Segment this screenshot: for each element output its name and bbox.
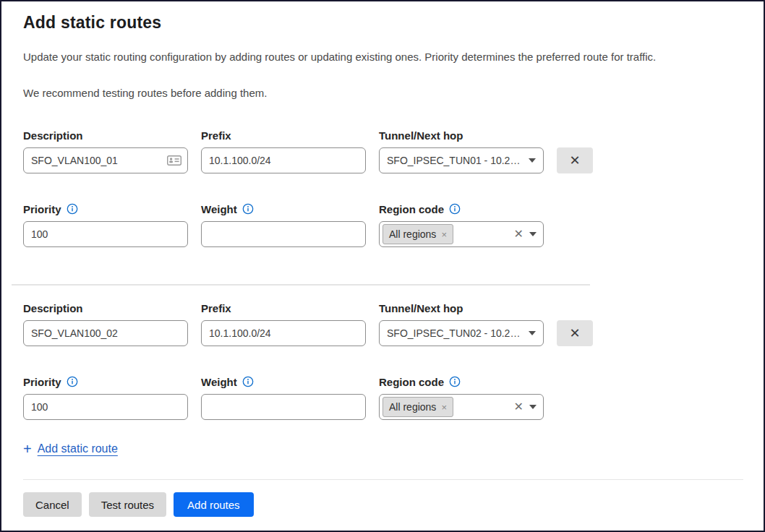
remove-tag-icon[interactable]: ×	[441, 403, 447, 412]
description-label: Description	[23, 128, 188, 142]
route-1-priority-col: Priority	[23, 202, 188, 247]
tunnel-select-value: SFO_IPSEC_TUN02 - 10.25...	[387, 327, 523, 339]
remove-route-button[interactable]: ✕	[557, 147, 593, 173]
section-divider	[12, 284, 590, 286]
add-static-route-row: + Add static route	[23, 442, 742, 456]
info-icon[interactable]	[449, 376, 461, 387]
priority-label: Priority	[23, 376, 61, 388]
remove-route-button[interactable]: ✕	[557, 320, 593, 346]
region-label: Region code	[379, 376, 444, 388]
chevron-down-icon	[529, 331, 536, 335]
region-tag-label: All regions	[389, 401, 436, 413]
tunnel-label: Tunnel/Next hop	[379, 301, 544, 315]
remove-tag-icon[interactable]: ×	[441, 230, 447, 239]
clear-selection-icon[interactable]: ✕	[514, 228, 523, 240]
region-label: Region code	[379, 203, 444, 215]
route-1-sub-row: Priority Weight	[23, 202, 742, 247]
prefix-label: Prefix	[201, 128, 366, 142]
route-1-main-row: Description Prefix	[23, 128, 742, 173]
dialog-description: Update your static routing configuration…	[23, 50, 742, 64]
weight-input[interactable]	[201, 221, 366, 247]
chevron-down-icon	[529, 405, 537, 409]
tunnel-select[interactable]: SFO_IPSEC_TUN02 - 10.25...	[379, 320, 544, 346]
add-routes-button[interactable]: Add routes	[174, 492, 254, 517]
tunnel-label: Tunnel/Next hop	[379, 128, 544, 142]
add-static-route-link[interactable]: Add static route	[38, 442, 118, 455]
weight-label: Weight	[201, 376, 237, 388]
route-1-region-col: Region code All regions ×	[379, 202, 544, 247]
route-1-prefix-col: Prefix	[201, 128, 366, 173]
contact-card-icon[interactable]	[167, 155, 181, 166]
cancel-button[interactable]: Cancel	[23, 492, 82, 517]
route-1-description-col: Description	[23, 128, 188, 173]
route-1-tunnel-col: Tunnel/Next hop SFO_IPSEC_TUN01 - 10.25.…	[379, 128, 544, 173]
tunnel-select[interactable]: SFO_IPSEC_TUN01 - 10.25...	[379, 147, 544, 173]
prefix-input[interactable]	[201, 320, 366, 346]
description-label: Description	[23, 301, 188, 315]
region-tag: All regions ×	[382, 224, 453, 244]
plus-icon: +	[23, 442, 32, 456]
dialog-note: We recommend testing routes before addin…	[23, 86, 742, 100]
route-2-main-row: Description Prefix Tunnel/Next hop SFO_I…	[23, 301, 742, 346]
region-multiselect[interactable]: All regions × ✕	[379, 221, 544, 247]
footer-actions: Cancel Test routes Add routes	[23, 492, 742, 517]
route-2-tunnel-col: Tunnel/Next hop SFO_IPSEC_TUN02 - 10.25.…	[379, 301, 544, 346]
priority-input[interactable]	[23, 221, 188, 247]
weight-input[interactable]	[201, 394, 366, 420]
clear-selection-icon[interactable]: ✕	[514, 401, 523, 413]
prefix-input[interactable]	[201, 147, 366, 173]
info-icon[interactable]	[242, 203, 254, 215]
info-icon[interactable]	[242, 376, 254, 387]
info-icon[interactable]	[67, 376, 78, 387]
description-input[interactable]	[23, 147, 188, 173]
route-2-region-col: Region code All regions ×	[379, 374, 544, 420]
priority-label: Priority	[23, 203, 61, 215]
info-icon[interactable]	[67, 203, 78, 215]
weight-label: Weight	[201, 203, 237, 215]
route-section-2: Description Prefix Tunnel/Next hop SFO_I…	[23, 301, 742, 420]
info-icon[interactable]	[449, 203, 461, 215]
region-tag: All regions ×	[382, 397, 453, 417]
route-2-weight-col: Weight	[201, 374, 366, 420]
description-input[interactable]	[23, 320, 188, 346]
region-tag-label: All regions	[389, 228, 436, 240]
route-2-sub-row: Priority Weight	[23, 374, 742, 420]
route-2-prefix-col: Prefix	[201, 301, 366, 346]
route-2-description-col: Description	[23, 301, 188, 346]
prefix-label: Prefix	[201, 301, 366, 315]
test-routes-button[interactable]: Test routes	[89, 492, 166, 517]
add-static-routes-dialog: Add static routes Update your static rou…	[0, 0, 765, 532]
page-title: Add static routes	[23, 13, 742, 33]
region-multiselect[interactable]: All regions × ✕	[379, 394, 544, 420]
chevron-down-icon	[529, 232, 537, 236]
priority-input[interactable]	[23, 394, 188, 420]
route-section-1: Description Prefix	[23, 128, 742, 247]
route-2-priority-col: Priority	[23, 374, 188, 420]
tunnel-select-value: SFO_IPSEC_TUN01 - 10.25...	[387, 155, 523, 166]
route-1-weight-col: Weight	[201, 202, 366, 247]
footer-divider	[23, 479, 743, 480]
chevron-down-icon	[529, 158, 536, 163]
